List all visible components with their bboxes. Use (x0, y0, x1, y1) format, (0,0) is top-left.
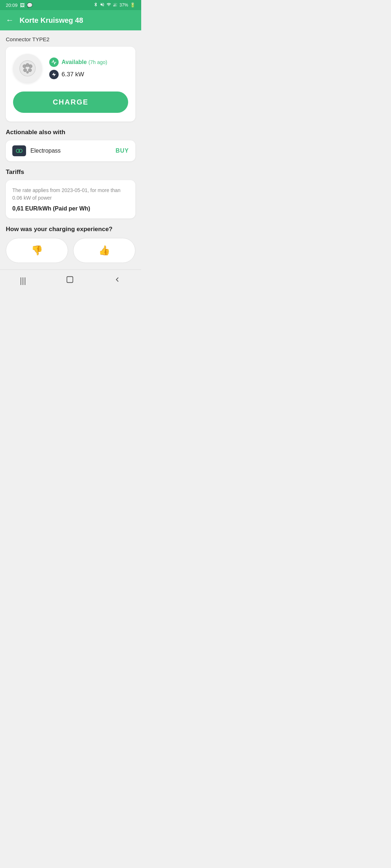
svg-rect-0 (113, 5, 114, 7)
thumbs-up-icon: 👍 (98, 245, 110, 256)
battery-icon: 🔋 (130, 3, 135, 8)
svg-point-10 (28, 68, 31, 72)
connector-icon-circle (13, 54, 42, 83)
available-status-icon (49, 58, 59, 67)
available-status-text: Available (7h ago) (62, 59, 107, 65)
svg-point-7 (26, 63, 29, 67)
nav-recent-apps-button[interactable]: ||| (11, 275, 35, 287)
svg-point-9 (24, 68, 27, 72)
page-title: Korte Kruisweg 48 (20, 16, 83, 25)
mute-icon (100, 2, 105, 8)
wifi-icon (106, 2, 111, 8)
connector-type2-icon (18, 59, 37, 77)
svg-rect-3 (116, 4, 116, 7)
svg-point-6 (23, 65, 26, 68)
actionable-section-title: Actionable also with (6, 129, 135, 136)
actionable-left: Electropass (12, 145, 61, 156)
svg-point-11 (26, 71, 29, 73)
nav-back-button[interactable] (105, 274, 130, 287)
svg-point-8 (29, 65, 32, 68)
bluetooth-icon (93, 2, 98, 8)
nav-bar: ← Korte Kruisweg 48 (0, 10, 141, 30)
svg-point-5 (20, 60, 35, 76)
available-row: Available (7h ago) (49, 58, 107, 67)
svg-rect-2 (115, 4, 115, 7)
svg-rect-4 (117, 5, 117, 7)
tariffs-card: The rate applies from 2023-05-01, for mo… (6, 180, 135, 218)
back-button[interactable]: ← (6, 16, 14, 25)
svg-rect-1 (114, 5, 114, 7)
thumbs-up-button[interactable]: 👍 (73, 238, 135, 263)
buy-button[interactable]: BUY (115, 148, 129, 154)
back-nav-icon (113, 276, 121, 286)
recent-apps-icon: ||| (20, 276, 26, 285)
experience-buttons: 👎 👍 (6, 238, 135, 263)
actionable-card: Electropass BUY (6, 140, 135, 161)
tariff-description: The rate applies from 2023-05-01, for mo… (12, 187, 129, 202)
tariffs-section-title: Tariffs (6, 169, 135, 176)
signal-icon (113, 2, 118, 8)
power-value: 6.37 kW (62, 71, 84, 78)
connector-details: Available (7h ago) 6.37 kW (49, 58, 107, 79)
time-label: 20:09 (6, 3, 18, 8)
thumbs-down-button[interactable]: 👎 (6, 238, 68, 263)
bottom-nav: ||| (0, 269, 141, 292)
whatsapp-icon: 💬 (27, 3, 33, 8)
connector-card: Available (7h ago) 6.37 kW CHARGE (6, 47, 135, 122)
status-bar-left: 20:09 🖼 💬 (6, 3, 33, 8)
status-bar: 20:09 🖼 💬 37% 🔋 (0, 0, 141, 10)
thumbs-down-icon: 👎 (31, 245, 43, 256)
provider-name: Electropass (30, 148, 61, 154)
main-content: Connector TYPE2 (0, 30, 141, 263)
nav-home-button[interactable] (57, 274, 83, 287)
power-icon (49, 70, 59, 79)
gallery-icon: 🖼 (20, 3, 25, 8)
battery-label: 37% (119, 3, 128, 8)
connector-info-row: Available (7h ago) 6.37 kW (13, 54, 128, 83)
charge-button[interactable]: CHARGE (13, 92, 128, 113)
connector-type-label: Connector TYPE2 (6, 36, 135, 42)
status-bar-right: 37% 🔋 (93, 2, 135, 8)
experience-question: How was your charging experience? (6, 226, 135, 233)
svg-rect-15 (67, 277, 73, 283)
electropass-icon (12, 145, 26, 156)
power-row: 6.37 kW (49, 70, 107, 79)
home-icon (66, 276, 74, 286)
svg-marker-12 (52, 72, 56, 77)
tariff-price: 0,61 EUR/kWh (Paid per Wh) (12, 205, 129, 212)
experience-section: How was your charging experience? 👎 👍 (6, 226, 135, 263)
